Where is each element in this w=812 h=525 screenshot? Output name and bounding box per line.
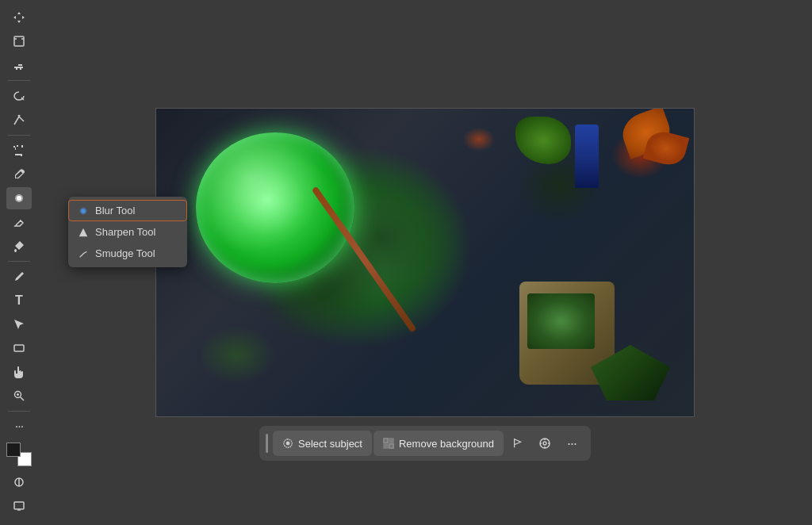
svg-point-18 <box>286 442 289 445</box>
magic-wand-tool[interactable] <box>6 109 32 131</box>
flag-button[interactable] <box>505 431 530 456</box>
svg-rect-13 <box>14 502 24 509</box>
blur-tool-label: Blur Tool <box>95 205 135 217</box>
pen-tool[interactable] <box>6 266 32 288</box>
flyout-smudge-tool[interactable]: Smudge Tool <box>68 243 187 264</box>
photo-bottle <box>575 125 599 188</box>
svg-line-3 <box>19 117 24 121</box>
sharpen-tool-label: Sharpen Tool <box>95 226 155 238</box>
target-icon <box>538 437 551 450</box>
toolbar-divider-3 <box>8 261 30 262</box>
svg-point-16 <box>81 209 85 213</box>
toolbar-divider-2 <box>8 135 30 136</box>
artboard-tool[interactable] <box>6 30 32 52</box>
select-subject-button[interactable]: Select subject <box>273 431 372 456</box>
canvas-image[interactable] <box>155 108 695 417</box>
smudge-tool-label: Smudge Tool <box>95 247 155 259</box>
canvas-wrapper: Select subject Remove background <box>155 108 695 417</box>
foreground-color-swatch[interactable] <box>6 443 21 457</box>
path-selection-tool[interactable] <box>6 313 32 335</box>
canvas-area: Blur Tool Sharpen Tool Smudge Tool <box>38 0 812 525</box>
crop-tool[interactable] <box>6 54 32 76</box>
svg-rect-19 <box>384 439 388 443</box>
target-button[interactable] <box>532 431 557 456</box>
svg-marker-17 <box>79 228 88 236</box>
svg-rect-21 <box>384 444 388 448</box>
quick-mask-tool[interactable] <box>6 471 32 493</box>
svg-rect-22 <box>389 444 393 448</box>
more-options-icon: ··· <box>567 435 576 452</box>
remove-background-button[interactable]: Remove background <box>373 431 504 456</box>
toolbar-divider <box>8 80 30 81</box>
toolbar-divider-4 <box>8 411 30 412</box>
photo-moss <box>515 117 571 164</box>
left-toolbar: T ··· <box>0 0 38 525</box>
svg-line-8 <box>21 397 25 401</box>
smudge-tool-icon <box>78 248 89 259</box>
more-tools-button[interactable]: ··· <box>6 416 32 438</box>
remove-background-label: Remove background <box>399 438 494 450</box>
select-subject-label: Select subject <box>298 438 362 450</box>
screen-mode-tool[interactable] <box>6 495 32 517</box>
flag-icon <box>512 438 523 449</box>
remove-background-icon <box>383 438 394 449</box>
sharpen-tool-icon <box>78 227 89 238</box>
contextual-toolbar: Select subject Remove background <box>259 426 591 461</box>
blur-tool-icon <box>78 205 89 217</box>
hand-tool[interactable] <box>6 361 32 383</box>
move-tool[interactable] <box>6 6 32 29</box>
svg-rect-0 <box>14 36 24 46</box>
blur-tool[interactable] <box>6 187 32 209</box>
svg-point-24 <box>543 442 546 445</box>
svg-rect-20 <box>389 439 393 443</box>
select-subject-icon <box>282 438 293 449</box>
photo-background <box>156 109 694 416</box>
flyout-blur-tool[interactable]: Blur Tool <box>68 200 187 221</box>
paint-bucket-tool[interactable] <box>6 235 32 257</box>
toolbar-left-divider <box>266 434 268 453</box>
more-options-button[interactable]: ··· <box>559 431 584 456</box>
shape-tool[interactable] <box>6 337 32 359</box>
eyedropper-tool[interactable] <box>6 163 32 186</box>
tool-flyout-menu: Blur Tool Sharpen Tool Smudge Tool <box>68 197 187 267</box>
color-swatches[interactable] <box>6 443 32 466</box>
svg-rect-6 <box>14 345 24 351</box>
crop-tool-2[interactable] <box>6 140 32 162</box>
flyout-sharpen-tool[interactable]: Sharpen Tool <box>68 221 187 243</box>
eraser-tool[interactable] <box>6 211 32 233</box>
svg-point-5 <box>17 196 21 201</box>
type-tool[interactable]: T <box>6 289 32 312</box>
lasso-tool[interactable] <box>6 85 32 107</box>
zoom-tool[interactable] <box>6 385 32 407</box>
